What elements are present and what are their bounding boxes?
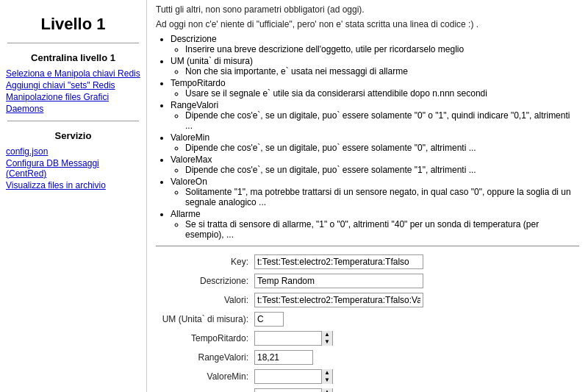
list-label: Allarme xyxy=(171,209,201,219)
form-row-um: UM (Unita` di misura): xyxy=(156,310,579,329)
tempo-down-button[interactable]: ▼ xyxy=(322,338,332,346)
list-sub-item: Dipende che cos'e`, se un digitale, puo`… xyxy=(185,165,579,175)
list-item-temporit: TempoRitardo Usare se il segnale e` util… xyxy=(171,78,579,99)
vmin-spinner-btns: ▲ ▼ xyxy=(321,369,332,384)
vmin-input-cell: ▲ ▼ xyxy=(251,367,579,386)
tempo-input[interactable] xyxy=(255,332,321,345)
list-item-allarme: Allarme Se si tratta di sensore di allar… xyxy=(171,209,579,240)
list-label: RangeValori xyxy=(171,100,218,110)
vmin-down-button[interactable]: ▼ xyxy=(322,377,332,384)
vmin-label: ValoreMin: xyxy=(156,367,251,386)
vmax-input-cell: ▲ ▼ xyxy=(251,386,579,392)
list-item-descrizione: Descrizione Inserire una breve descrizio… xyxy=(171,34,579,54)
list-sub-item: Solitamente "1", ma potrebbe trattarsi d… xyxy=(185,187,579,207)
key-label: Key: xyxy=(156,252,251,271)
form-row-range: RangeValori: xyxy=(156,348,579,367)
form-divider xyxy=(156,246,579,246)
form-table: Key: Descrizione: Valori: UM (Unita` di … xyxy=(156,252,579,392)
range-input[interactable] xyxy=(254,350,313,365)
list-label: ValoreMin xyxy=(171,132,209,143)
valori-label: Valori: xyxy=(156,291,251,310)
list-sub-item: Inserire una breve descrizione dell'ogge… xyxy=(185,44,579,54)
valori-input[interactable] xyxy=(254,293,423,307)
form-row-tempo: TempoRitardo: ▲ ▼ xyxy=(156,329,579,348)
sidebar-item-aggiungi[interactable]: Aggiungi chiavi "sets" Redis xyxy=(0,79,146,91)
form-row-descrizione: Descrizione: xyxy=(156,271,579,291)
main-content: Tutti gli altri, non sono parametri obbl… xyxy=(147,0,588,392)
form-row-key: Key: xyxy=(156,252,579,271)
form-row-vmax: ValoreMax: ▲ ▼ xyxy=(156,386,579,392)
list-sub-item: Usare se il segnale e` utile sia da cons… xyxy=(185,88,579,99)
sidebar-item-configura-db[interactable]: Configura DB Messaggi (CentRed) xyxy=(0,157,146,179)
descrizione-label: Descrizione: xyxy=(156,271,251,291)
tempo-spinner: ▲ ▼ xyxy=(254,331,333,346)
vmax-input[interactable] xyxy=(255,389,321,392)
list-item-von: ValoreOn Solitamente "1", ma potrebbe tr… xyxy=(171,177,579,207)
vmax-spinner: ▲ ▼ xyxy=(254,388,333,392)
tempo-label: TempoRitardo: xyxy=(156,329,251,348)
form-row-vmin: ValoreMin: ▲ ▼ xyxy=(156,367,579,386)
vmax-label: ValoreMax: xyxy=(156,386,251,392)
info-list: Descrizione Inserire una breve descrizio… xyxy=(156,34,579,240)
vmin-input[interactable] xyxy=(255,370,321,383)
list-item-um: UM (unita` di misura) Non che sia import… xyxy=(171,56,579,76)
um-input[interactable] xyxy=(254,312,284,327)
intro-line2: Ad oggi non c'e' niente di "ufficiale", … xyxy=(156,19,579,29)
um-input-cell xyxy=(251,310,579,329)
list-sub-item: Non che sia importante, e` usata nei mes… xyxy=(185,66,579,76)
tempo-up-button[interactable]: ▲ xyxy=(322,331,332,338)
list-label: UM (unita` di misura) xyxy=(171,56,253,66)
sidebar: Livello 1 Centralina livello 1 Seleziona… xyxy=(0,0,147,392)
vmin-up-button[interactable]: ▲ xyxy=(322,369,332,377)
list-label: ValoreMax xyxy=(171,154,212,165)
list-sub-item: Se si tratta di sensore di allarme, "1" … xyxy=(185,219,579,240)
sidebar-divider-top xyxy=(7,43,139,43)
sidebar-item-seleziona[interactable]: Seleziona e Manipola chiavi Redis xyxy=(0,68,146,79)
list-item-vmax: ValoreMax Dipende che cos'e`, se un digi… xyxy=(171,154,579,175)
sidebar-divider-mid xyxy=(7,121,139,121)
list-sub-item: Dipende che cos'e`, se un digitale, puo`… xyxy=(185,143,579,153)
sidebar-item-daemons[interactable]: Daemons xyxy=(0,103,146,115)
vmin-spinner: ▲ ▼ xyxy=(254,369,333,384)
descrizione-input-cell xyxy=(251,271,579,291)
range-label: RangeValori: xyxy=(156,348,251,367)
list-item-range: RangeValori Dipende che cos'e`, se un di… xyxy=(171,100,579,131)
descrizione-input[interactable] xyxy=(254,274,423,288)
tempo-input-cell: ▲ ▼ xyxy=(251,329,579,348)
list-label: TempoRitardo xyxy=(171,78,226,88)
sidebar-item-manipolazione[interactable]: Manipolazione files Grafici xyxy=(0,91,146,103)
tempo-spinner-btns: ▲ ▼ xyxy=(321,331,332,346)
vmax-spinner-btns: ▲ ▼ xyxy=(321,388,332,392)
list-item-vmin: ValoreMin Dipende che cos'e`, se un digi… xyxy=(171,132,579,153)
list-label: Descrizione xyxy=(171,34,217,44)
sidebar-title: Livello 1 xyxy=(0,7,146,40)
sidebar-item-visualizza[interactable]: Visualizza files in archivio xyxy=(0,179,146,191)
list-sub-item: Dipende che cos'e`, se un digitale, puo`… xyxy=(185,110,579,131)
sidebar-item-config[interactable]: config.json xyxy=(0,146,146,157)
range-input-cell xyxy=(251,348,579,367)
um-label: UM (Unita` di misura): xyxy=(156,310,251,329)
key-input-cell xyxy=(251,252,579,271)
servizio-label: Servizio xyxy=(0,127,146,146)
centralina-label: Centralina livello 1 xyxy=(0,49,146,68)
vmax-up-button[interactable]: ▲ xyxy=(322,388,332,392)
intro-line1: Tutti gli altri, non sono parametri obbl… xyxy=(156,4,579,15)
valori-input-cell xyxy=(251,291,579,310)
form-row-valori: Valori: xyxy=(156,291,579,310)
key-input[interactable] xyxy=(254,254,423,269)
list-label: ValoreOn xyxy=(171,177,207,187)
